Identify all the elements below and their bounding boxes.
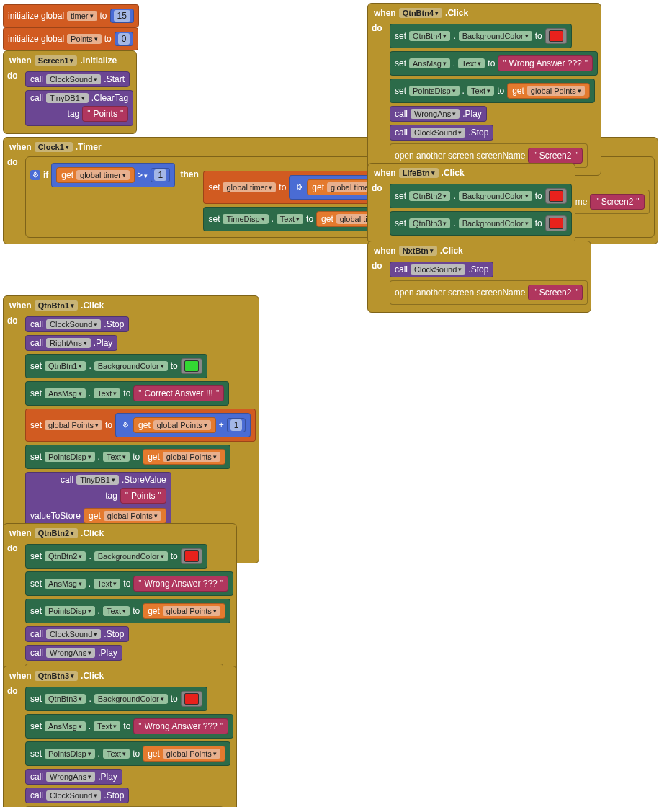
comp-screen1[interactable]: Screen1 [35,55,78,66]
comp-tinydb1[interactable]: TinyDB1 [46,93,89,103]
call-tinydb-cleartag[interactable]: call TinyDB1 .ClearTag tag "Points" [25,90,133,126]
num-0: 0 [118,33,130,45]
varname-timer[interactable]: timer [67,11,97,21]
text-correct[interactable]: "Correct Answer !!!" [133,385,224,401]
set-qtnbtn1-bg[interactable]: set QtnBtn1 . BackgroundColor to [25,354,207,378]
set-gpoints-plus[interactable]: set global Points to ⚙ get global Points… [25,409,256,442]
math-num[interactable]: 0 [115,32,134,46]
gear-icon[interactable]: ⚙ [30,170,40,180]
call-tinydb-storevalue[interactable]: call TinyDB1 .StoreValue tag "Points" va… [25,472,171,528]
call-rightans-play[interactable]: call RightAns .Play [25,335,117,351]
gear-icon[interactable]: ⚙ [120,420,130,430]
compare-gt[interactable]: get global timer > 1 [51,163,175,187]
varname-points[interactable]: Points [67,34,102,44]
kw-to: to [100,11,107,21]
num-15: 15 [114,10,130,22]
text-points[interactable]: "Points" [82,106,128,122]
math-num[interactable]: 15 [110,9,134,23]
event-qtnbtn4-click[interactable]: when QtnBtn4 .Click do set QtnBtn4 . Bac… [367,3,601,176]
kw-init: initialize global [8,11,64,21]
color-red[interactable] [181,548,202,564]
text-wrong[interactable]: "Wrong Answer ???" [133,576,228,592]
gear-icon[interactable]: ⚙ [294,182,304,192]
comp-clocksound[interactable]: ClockSound [46,74,101,84]
init-points[interactable]: initialize global Points to 0 [3,27,138,50]
event-qtnbtn3-click[interactable]: when QtnBtn3 .Click do set QtnBtn3 . Bac… [3,666,237,807]
color-green[interactable] [181,358,202,374]
event-lifebtn-click[interactable]: when LifeBtn .Click do set QtnBtn2 . Bac… [367,163,575,244]
init-timer[interactable]: initialize global timer to 15 [3,4,139,27]
event-nxtbtn-click[interactable]: when NxtBtn .Click do call ClockSound .S… [367,241,591,313]
ev-initialize: .Initialize [80,55,117,66]
get-gtimer[interactable]: get global timer [56,167,135,183]
event-screen1-initialize[interactable]: when Screen1 .Initialize do call ClockSo… [3,50,137,134]
call-clocksound-start[interactable]: call ClockSound .Start [25,71,130,87]
